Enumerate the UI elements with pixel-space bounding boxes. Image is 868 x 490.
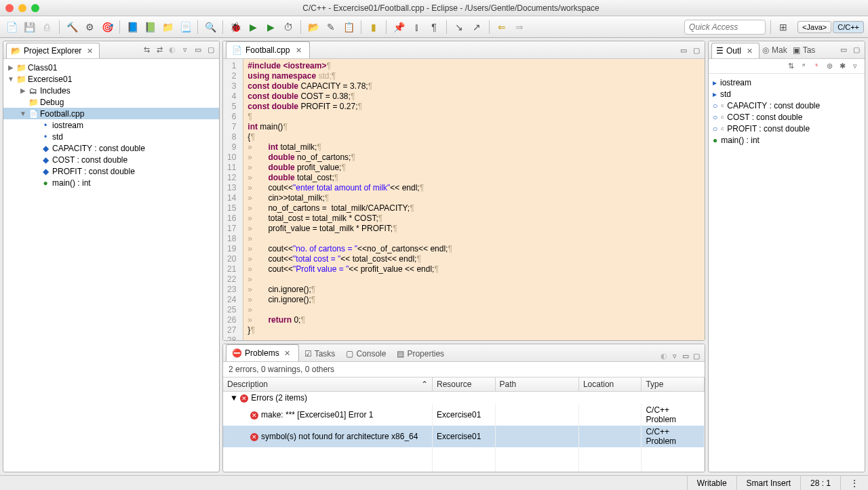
minimize-view-icon[interactable]: ▭ [838,45,849,56]
expand-arrow-icon[interactable]: ▼ [230,393,238,403]
error-group-row[interactable]: ▼ ✕Errors (2 items) [223,392,705,405]
tree-item[interactable]: ◆COST : const double [3,154,219,165]
expand-arrow-icon[interactable]: ▶ [7,64,14,71]
debug-button[interactable]: 🐞 [228,20,243,35]
group-icon[interactable]: ✱ [837,61,848,72]
zoom-window-button[interactable] [31,4,39,12]
build-all-button[interactable]: ⚙ [82,20,97,35]
editor-tab-football[interactable]: 📄 Football.cpp ✕ [226,41,310,58]
open-task-button[interactable]: ✎ [323,20,338,35]
column-header[interactable]: Location [578,377,642,392]
perspective-cpp[interactable]: C/C++ [833,21,864,33]
minimize-editor-icon[interactable]: ▭ [678,45,689,56]
tree-item[interactable]: ▶🗂Includes [3,85,219,96]
tree-item[interactable]: •iostream [3,119,219,131]
outline-item[interactable]: ▸std [709,88,865,100]
tab-task[interactable]: ▣ Tas [790,43,818,57]
forward-button[interactable]: ⇒ [512,20,527,35]
problem-row[interactable]: ✕symbol(s) not found for architecture x8… [223,426,705,447]
toggle-mark-button[interactable]: ▮ [366,20,381,35]
tree-item[interactable]: ◆PROFIT : const double [3,165,219,177]
close-icon[interactable]: ✕ [282,348,293,359]
tab-tasks[interactable]: ☑ Tasks [299,346,341,361]
outline-item[interactable]: ●main() : int [709,134,865,146]
run-button[interactable]: ▶ [245,20,260,35]
tab-properties[interactable]: ▤ Properties [391,346,450,361]
build-target-button[interactable]: 🎯 [100,20,115,35]
view-menu-icon[interactable]: ▿ [669,350,680,361]
tab-make[interactable]: ◎ Mak [760,43,790,57]
new-file-button[interactable]: 📃 [178,20,193,35]
new-cpp-button[interactable]: 📘 [125,20,140,35]
view-menu-icon[interactable]: ▿ [850,61,861,72]
search-button[interactable]: 🔍 [203,20,218,35]
toggle-block-button[interactable]: ⫿ [409,20,424,35]
open-perspective-button[interactable]: ⊞ [776,20,791,35]
close-icon[interactable]: ✕ [84,45,95,56]
hide-nonpublic-icon[interactable]: ⊚ [824,61,835,72]
code-content[interactable]: #include <iostream>¶using namespace std;… [243,59,456,340]
tab-console[interactable]: ▢ Console [340,346,391,361]
view-menu-icon[interactable]: ▿ [180,45,191,56]
perspective-java[interactable]: <Java> [797,21,831,33]
problems-table[interactable]: Description⌃ResourcePathLocationType ▼ ✕… [223,377,705,472]
minimize-window-button[interactable] [18,4,26,12]
open-element-button[interactable]: 📋 [341,20,356,35]
quick-access-input[interactable] [684,20,766,35]
new-class-button[interactable]: 📗 [142,20,157,35]
outline-item[interactable]: ○cPROFIT : const double [709,123,865,134]
minimize-view-icon[interactable]: ▭ [193,45,203,56]
tree-item[interactable]: ●main() : int [3,177,219,188]
close-tab-icon[interactable]: ✕ [293,45,304,56]
close-window-button[interactable] [5,4,14,12]
column-header[interactable]: Description⌃ [223,377,432,392]
tree-item[interactable]: ▼📁Excercise01 [3,73,219,85]
show-whitespace-button[interactable]: ¶ [427,20,441,35]
collapse-all-icon[interactable]: ⇆ [141,45,152,56]
column-header[interactable]: Type [642,377,705,392]
new-button[interactable]: 📄 [4,20,19,35]
sort-icon[interactable]: ⇅ [785,61,796,72]
maximize-view-icon[interactable]: ▢ [205,45,216,56]
link-editor-icon[interactable]: ⇄ [154,45,165,56]
focus-icon[interactable]: ◐ [167,45,178,56]
tree-item[interactable]: ◆CAPACITY : const double [3,142,219,154]
back-button[interactable]: ⇐ [494,20,509,35]
status-menu[interactable]: ⋮ [840,476,868,490]
column-header[interactable]: Path [495,377,578,392]
focus-problems-icon[interactable]: ◐ [658,350,669,361]
outline-item[interactable]: ○cCOST : const double [709,111,865,123]
expand-arrow-icon[interactable]: ▼ [20,110,26,117]
maximize-view-icon[interactable]: ▢ [691,350,702,361]
prev-annotation-button[interactable]: ↗ [469,20,484,35]
outline-list[interactable]: ▸iostream▸std○cCAPACITY : const double○c… [709,74,865,472]
tree-item[interactable]: •std [3,131,219,142]
tree-item[interactable]: ▶📁Class01 [3,62,219,73]
save-all-button[interactable]: ⎙ [39,20,54,35]
outline-item[interactable]: ○cCAPACITY : const double [709,100,865,111]
project-explorer-tab[interactable]: 📂 Project Explorer ✕ [6,43,100,58]
open-type-button[interactable]: 📂 [306,20,321,35]
tree-item[interactable]: ▼📄Football.cpp [3,108,219,119]
next-annotation-button[interactable]: ↘ [452,20,467,35]
profile-button[interactable]: ⏱ [281,20,296,35]
maximize-view-icon[interactable]: ▢ [851,45,862,56]
build-button[interactable]: 🔨 [64,20,79,35]
code-editor[interactable]: 1234567891011121314151617181920212223242… [223,59,705,340]
expand-arrow-icon[interactable]: ▼ [7,75,14,83]
filter-fields-icon[interactable]: ᵃ [798,61,809,72]
problem-row[interactable]: ✕make: *** [Excercise01] Error 1Excercis… [223,404,705,426]
close-icon[interactable]: ✕ [744,45,755,56]
tree-item[interactable]: 📁Debug [3,96,219,108]
pin-button[interactable]: 📌 [391,20,406,35]
maximize-editor-icon[interactable]: ▢ [691,45,702,56]
outline-item[interactable]: ▸iostream [709,77,865,88]
minimize-view-icon[interactable]: ▭ [680,350,691,361]
column-header[interactable]: Resource [432,377,495,392]
new-folder-button[interactable]: 📁 [160,20,175,35]
expand-arrow-icon[interactable]: ▶ [20,87,26,94]
tab-problems[interactable]: ⛔ Problems ✕ [226,344,299,361]
filter-static-icon[interactable]: ˢ [811,61,822,72]
run-last-button[interactable]: ▶ [263,20,278,35]
outline-tab[interactable]: ☰ Outl ✕ [711,43,760,58]
